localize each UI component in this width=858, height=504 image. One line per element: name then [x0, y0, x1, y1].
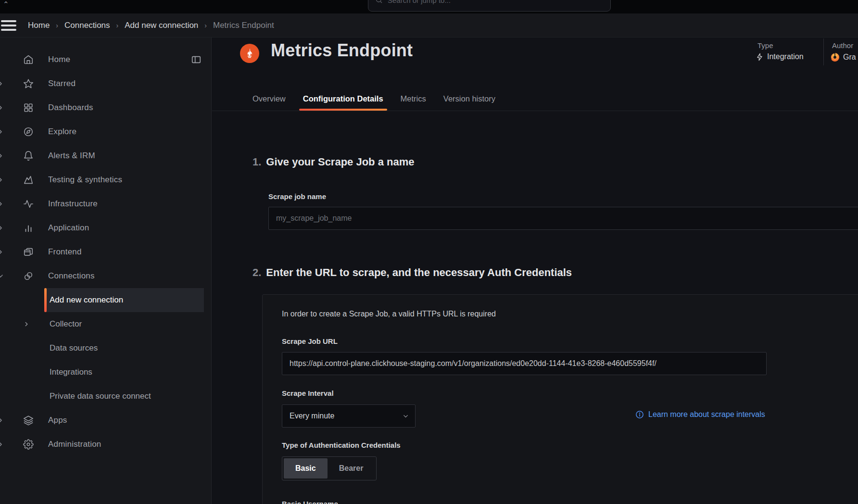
section-title: Give your Scrape Job a name — [266, 156, 414, 168]
mountain-icon — [23, 175, 34, 185]
lightning-bolt-icon — [756, 53, 764, 61]
top-bar: ⌃ Search or jump to... — [0, 0, 858, 13]
scrape-interval-select[interactable]: Every minute — [282, 404, 416, 428]
header-meta-divider — [823, 38, 824, 65]
scrape-intervals-link[interactable]: Learn more about scrape intervals — [635, 410, 765, 419]
chevron-right-icon[interactable] — [0, 128, 4, 136]
info-icon — [635, 410, 644, 419]
bar-chart-icon — [23, 223, 34, 233]
gear-icon — [23, 439, 34, 450]
breadcrumb-separator: › — [204, 22, 207, 29]
chevron-right-icon[interactable] — [0, 152, 4, 160]
chevron-right-icon[interactable] — [0, 176, 4, 184]
sidebar-item-label: Frontend — [48, 247, 82, 257]
author-value: Gra — [830, 52, 856, 62]
scrape-job-name-input[interactable] — [268, 207, 858, 230]
auth-type-label: Type of Authentication Credentials — [282, 441, 401, 449]
chevron-right-icon[interactable] — [0, 104, 4, 112]
tab-overview[interactable]: Overview — [252, 89, 286, 108]
tab-bar-divider — [212, 111, 858, 111]
tab-metrics[interactable]: Metrics — [401, 89, 426, 108]
author-label: Author — [832, 41, 853, 50]
sidebar-item-label: Administration — [48, 440, 101, 449]
sidebar-item-data-sources[interactable]: Data sources — [0, 336, 211, 360]
sidebar-item-testing-synthetics[interactable]: Testing & synthetics — [0, 168, 211, 192]
breadcrumb-add-new-connection[interactable]: Add new connection — [125, 21, 198, 30]
sidebar-item-label: Data sources — [50, 343, 98, 353]
search-placeholder: Search or jump to... — [388, 0, 451, 4]
sidebar-item-collector[interactable]: Collector — [0, 312, 211, 336]
sidebar-item-add-new-connection[interactable]: Add new connection — [0, 288, 211, 312]
chevron-right-icon[interactable] — [0, 224, 4, 232]
sidebar-item-starred[interactable]: Starred — [0, 72, 211, 96]
breadcrumb-home[interactable]: Home — [28, 21, 50, 30]
auth-type-toggle: Basic Bearer — [282, 456, 377, 480]
scrape-job-url-input[interactable] — [282, 352, 767, 375]
chevron-right-icon[interactable] — [0, 200, 4, 208]
sidebar-nav: Home Starred Dashboards Explore Alerts &… — [0, 38, 212, 504]
tab-configuration-details[interactable]: Configuration Details — [303, 89, 383, 108]
auth-option-bearer[interactable]: Bearer — [328, 458, 375, 479]
sidebar-item-connections[interactable]: Connections — [0, 264, 211, 288]
sidebar-item-label: Collector — [50, 319, 82, 329]
sidebar-item-application[interactable]: Application — [0, 216, 211, 240]
search-icon — [375, 0, 383, 4]
sidebar-item-home[interactable]: Home — [0, 48, 211, 72]
bell-icon — [23, 151, 34, 161]
card-note: In order to create a Scrape Job, a valid… — [282, 310, 496, 318]
page-title: Metrics Endpoint — [271, 40, 413, 61]
selected-interval: Every minute — [290, 412, 334, 420]
connections-rings-icon — [23, 271, 34, 281]
chevron-right-icon[interactable] — [0, 441, 4, 448]
sidebar-item-label: Testing & synthetics — [48, 175, 122, 185]
breadcrumb-separator: › — [116, 22, 119, 29]
prometheus-icon — [240, 44, 259, 63]
sidebar-item-label: Application — [48, 223, 89, 233]
section-number: 2. — [252, 266, 261, 278]
sidebar-item-frontend[interactable]: Frontend — [0, 240, 211, 264]
auth-option-basic[interactable]: Basic — [284, 458, 328, 479]
tab-version-history[interactable]: Version history — [443, 89, 495, 108]
sidebar-item-label: Home — [48, 55, 70, 64]
chevron-right-icon[interactable] — [0, 80, 4, 88]
sidebar-item-private-data-source-connect[interactable]: Private data source connect — [0, 384, 211, 408]
chevron-right-icon[interactable] — [0, 416, 4, 424]
sidebar-item-explore[interactable]: Explore — [0, 120, 211, 144]
sidebar-item-apps[interactable]: Apps — [0, 408, 211, 432]
search-input[interactable]: Search or jump to... — [368, 0, 611, 12]
compass-icon — [23, 126, 34, 137]
star-icon — [23, 78, 34, 89]
breadcrumb-connections[interactable]: Connections — [64, 21, 110, 30]
grafana-logo-icon — [830, 52, 840, 62]
chevron-right-icon[interactable] — [23, 321, 30, 328]
chevron-down-icon[interactable] — [0, 272, 4, 280]
section-title: Enter the URL to scrape, and the necessa… — [266, 266, 572, 278]
sidebar-item-label: Private data source connect — [50, 391, 151, 401]
layers-icon — [23, 415, 34, 426]
dashboards-grid-icon — [23, 102, 34, 113]
sidebar-item-dashboards[interactable]: Dashboards — [0, 96, 211, 120]
sidebar-item-label: Explore — [48, 127, 76, 137]
main-content: Metrics Endpoint Type Integration Author… — [212, 38, 858, 504]
browser-windows-icon — [23, 247, 34, 257]
section-number: 1. — [252, 156, 261, 168]
sidebar-item-administration[interactable]: Administration — [0, 432, 211, 456]
activity-pulse-icon — [23, 199, 34, 209]
grafana-app: ⌃ Search or jump to... Home › Connection… — [0, 0, 858, 504]
sidebar-item-label: Add new connection — [50, 295, 123, 305]
type-value: Integration — [756, 52, 804, 61]
sidebar-item-alerts-irm[interactable]: Alerts & IRM — [0, 144, 211, 168]
chevron-right-icon[interactable] — [0, 248, 4, 256]
menu-icon[interactable] — [1, 20, 16, 31]
chevron-down-icon — [402, 413, 409, 420]
basic-username-label: Basic Username — [282, 500, 338, 504]
chevron-up-icon[interactable]: ⌃ — [3, 0, 9, 9]
dock-sidebar-icon[interactable] — [191, 54, 202, 65]
sidebar-item-label: Dashboards — [48, 103, 93, 113]
breadcrumb-bar: Home › Connections › Add new connection … — [0, 13, 858, 38]
sidebar-item-label: Integrations — [50, 367, 92, 377]
sidebar-item-label: Alerts & IRM — [48, 151, 95, 161]
sidebar-item-integrations[interactable]: Integrations — [0, 360, 211, 384]
scrape-job-url-label: Scrape Job URL — [282, 337, 338, 345]
sidebar-item-infrastructure[interactable]: Infrastructure — [0, 192, 211, 216]
